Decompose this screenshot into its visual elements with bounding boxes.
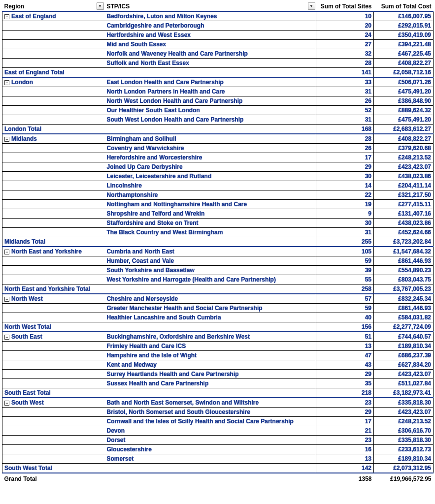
table-row: Northamptonshire22£321,217.50 xyxy=(2,190,434,200)
cost-cell: £861,446.93 xyxy=(374,256,434,266)
sites-cell: 17 xyxy=(316,153,374,162)
cost-cell: £438,023.86 xyxy=(374,172,434,181)
collapse-icon[interactable]: − xyxy=(4,137,9,142)
region-cell xyxy=(2,351,105,360)
cost-cell: £277,415.11 xyxy=(374,200,434,209)
region-label: South East xyxy=(11,333,42,340)
sites-cell: 43 xyxy=(316,360,374,370)
subtotal-row: South East Total218£3,182,973.41 xyxy=(2,388,434,398)
stp-cell: Cambridgeshire and Peterborough xyxy=(105,21,316,31)
table-row: −LondonEast London Health and Care Partn… xyxy=(2,77,434,87)
collapse-icon[interactable]: − xyxy=(4,80,9,85)
cost-cell: £423,423.07 xyxy=(374,370,434,379)
cost-cell: £744,640.57 xyxy=(374,332,434,342)
cost-cell: £408,822.27 xyxy=(374,59,434,68)
stp-cell: Sussex Health and Care Partnership xyxy=(105,379,316,388)
stp-cell: Somerset xyxy=(105,454,316,464)
header-stp[interactable]: STP/ICS ▼ xyxy=(105,2,316,11)
table-row: Devon21£306,616.70 xyxy=(2,426,434,436)
sites-cell: 47 xyxy=(316,351,374,360)
table-row: −North WestCheshire and Merseyside57£832… xyxy=(2,294,434,304)
subtotal-cost: £2,683,612.27 xyxy=(374,125,434,134)
region-cell xyxy=(2,370,105,379)
table-row: Our Healthier South East London52£889,62… xyxy=(2,106,434,115)
region-cell xyxy=(2,49,105,59)
table-row: Dorset23£335,818.30 xyxy=(2,436,434,445)
collapse-icon[interactable]: − xyxy=(4,401,9,406)
cost-cell: £511,027.84 xyxy=(374,379,434,388)
cost-cell: £379,620.68 xyxy=(374,144,434,153)
stp-cell: Hertfordshire and West Essex xyxy=(105,31,316,40)
stp-cell: Bath and North East Somerset, Swindon an… xyxy=(105,398,316,408)
sites-cell: 29 xyxy=(316,408,374,417)
region-cell xyxy=(2,96,105,106)
stp-cell: Norfolk and Waveney Health and Care Part… xyxy=(105,49,316,59)
cost-cell: £189,810.34 xyxy=(374,342,434,351)
sites-cell: 33 xyxy=(316,77,374,87)
stp-cell: Joined Up Care Derbyshire xyxy=(105,162,316,172)
cost-cell: £146,007.95 xyxy=(374,11,434,21)
grand-total-sites: 1358 xyxy=(316,473,374,483)
region-cell[interactable]: −East of England xyxy=(2,11,105,21)
stp-cell: Suffolk and North East Essex xyxy=(105,59,316,68)
table-row: Norfolk and Waveney Health and Care Part… xyxy=(2,49,434,59)
table-row: Staffordshire and Stoke on Trent30£438,0… xyxy=(2,219,434,228)
region-cell[interactable]: −South East xyxy=(2,332,105,342)
filter-dropdown-icon[interactable]: ▼ xyxy=(97,2,104,10)
cost-cell: £292,015.91 xyxy=(374,21,434,31)
cost-cell: £408,822.27 xyxy=(374,134,434,144)
collapse-icon[interactable]: − xyxy=(4,297,9,302)
cost-cell: £452,624.66 xyxy=(374,228,434,237)
table-row: Cornwall and the Isles of Scilly Health … xyxy=(2,417,434,426)
cost-cell: £350,419.09 xyxy=(374,31,434,40)
collapse-icon[interactable]: − xyxy=(4,14,9,19)
stp-cell: Buckinghamshire, Oxfordshire and Berkshi… xyxy=(105,332,316,342)
cost-cell: £423,423.07 xyxy=(374,408,434,417)
region-cell[interactable]: −North West xyxy=(2,294,105,304)
sites-cell: 19 xyxy=(316,200,374,209)
sites-cell: 59 xyxy=(316,304,374,313)
stp-cell: East London Health and Care Partnership xyxy=(105,77,316,87)
region-cell[interactable]: −Midlands xyxy=(2,134,105,144)
sites-cell: 32 xyxy=(316,49,374,59)
subtotal-label: London Total xyxy=(2,125,316,134)
grand-total-row: Grand Total 1358 £19,966,572.95 xyxy=(2,473,434,483)
stp-cell: Humber, Coast and Vale xyxy=(105,256,316,266)
subtotal-label: South West Total xyxy=(2,464,316,473)
table-row: Bristol, North Somerset and South Glouce… xyxy=(2,408,434,417)
region-label: London xyxy=(11,79,33,86)
cost-cell: £131,407.16 xyxy=(374,209,434,219)
sites-cell: 20 xyxy=(316,21,374,31)
region-cell[interactable]: −North East and Yorkshire xyxy=(2,247,105,256)
table-row: Suffolk and North East Essex28£408,822.2… xyxy=(2,59,434,68)
table-row: Kent and Medway43£627,834.20 xyxy=(2,360,434,370)
table-row: Somerset13£189,810.34 xyxy=(2,454,434,464)
table-row: Coventry and Warwickshire26£379,620.68 xyxy=(2,144,434,153)
cost-cell: £248,213.52 xyxy=(374,153,434,162)
subtotal-sites: 142 xyxy=(316,464,374,473)
grand-total-cost: £19,966,572.95 xyxy=(374,473,434,483)
table-row: Leicester, Leicestershire and Rutland30£… xyxy=(2,172,434,181)
region-cell xyxy=(2,153,105,162)
stp-cell: Shropshire and Telford and Wrekin xyxy=(105,209,316,219)
sites-cell: 10 xyxy=(316,11,374,21)
filter-dropdown-icon[interactable]: ▼ xyxy=(308,2,315,10)
region-label: North West xyxy=(11,295,43,302)
subtotal-row: East of England Total141£2,058,712.16 xyxy=(2,68,434,78)
sites-cell: 31 xyxy=(316,228,374,237)
region-cell xyxy=(2,304,105,313)
region-cell[interactable]: −London xyxy=(2,77,105,87)
collapse-icon[interactable]: − xyxy=(4,335,9,340)
header-region-label: Region xyxy=(4,3,25,10)
header-region[interactable]: Region ▼ xyxy=(2,2,105,11)
header-cost: Sum of Total Cost xyxy=(374,2,434,11)
cost-cell: £189,810.34 xyxy=(374,454,434,464)
region-cell[interactable]: −South West xyxy=(2,398,105,408)
subtotal-cost: £3,182,973.41 xyxy=(374,388,434,398)
sites-cell: 27 xyxy=(316,40,374,49)
stp-cell: Gloucestershire xyxy=(105,445,316,454)
collapse-icon[interactable]: − xyxy=(4,250,9,254)
cost-cell: £248,213.52 xyxy=(374,417,434,426)
subtotal-cost: £2,073,312.95 xyxy=(374,464,434,473)
cost-cell: £554,890.23 xyxy=(374,266,434,275)
